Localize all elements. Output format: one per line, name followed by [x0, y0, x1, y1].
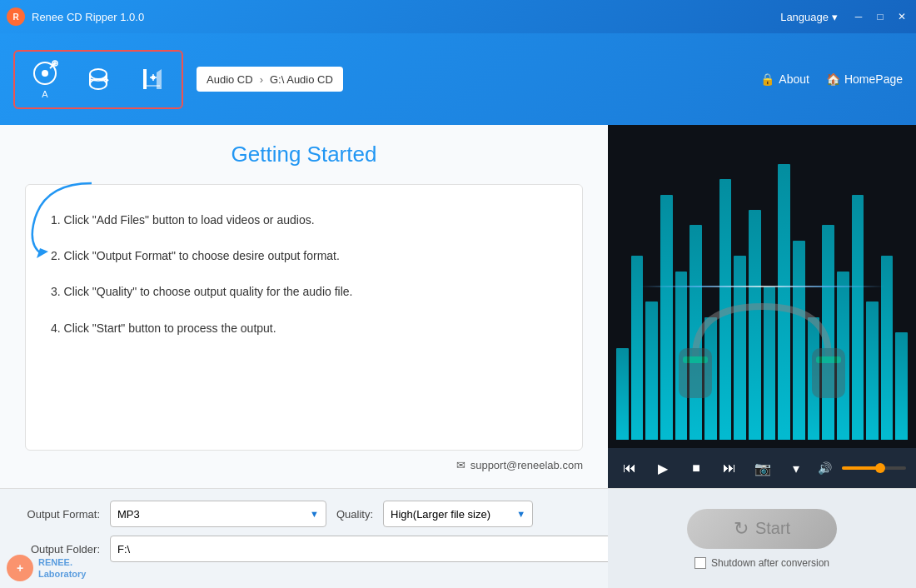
volume-icon: 🔊	[818, 461, 832, 475]
output-format-icon	[85, 66, 112, 92]
app-icon: R	[7, 7, 25, 26]
more-button[interactable]: ▾	[784, 456, 808, 480]
refresh-icon: ↻	[734, 518, 749, 540]
instruction-4: 4. Click "Start" button to process the o…	[51, 318, 557, 339]
breadcrumb-destination: G:\ Audio CD	[266, 73, 336, 86]
svg-line-11	[105, 77, 108, 81]
output-format-label: Output Format:	[17, 508, 100, 521]
glow-line	[639, 286, 885, 287]
svg-rect-15	[812, 348, 845, 398]
output-format-select[interactable]: MP3 ▼	[110, 501, 326, 527]
add-files-button[interactable]: A	[32, 60, 58, 99]
minimize-button[interactable]: ─	[851, 9, 866, 24]
maximize-button[interactable]: □	[873, 9, 888, 24]
skip-forward-button[interactable]: ⏭	[718, 456, 741, 480]
add-files-label: A	[42, 89, 47, 99]
shutdown-checkbox[interactable]	[694, 557, 706, 569]
left-panel: Getting Started 1. Click "Add Files" but…	[0, 125, 608, 488]
breadcrumb-source: Audio CD	[203, 73, 256, 86]
eq-bar	[616, 348, 629, 440]
media-display	[608, 125, 916, 448]
quality-dropdown-arrow: ▼	[516, 509, 525, 519]
email-address: support@reneelab.com	[470, 459, 583, 471]
app-title: Renee CD Ripper 1.0.0	[32, 11, 144, 23]
start-button-area: ↻ Start Shutdown after conversion	[608, 488, 916, 588]
home-icon: 🏠	[826, 72, 840, 86]
toolbar-icons-group: A	[13, 50, 183, 109]
getting-started-title: Getting Started	[25, 142, 583, 167]
title-bar-left: R Renee CD Ripper 1.0.0	[7, 7, 144, 26]
breadcrumb-separator: ›	[260, 73, 263, 86]
svg-rect-17	[816, 356, 841, 363]
format-dropdown-arrow: ▼	[310, 509, 319, 519]
eq-bar	[866, 301, 879, 440]
logo-name-line1: RENEE.	[38, 556, 86, 568]
media-controls: ⏮ ▶ ■ ⏭ 📷 ▾ 🔊	[608, 448, 916, 488]
quality-value: High(Larger file size)	[391, 508, 490, 521]
output-format-button[interactable]	[85, 66, 112, 92]
shutdown-label: Shutdown after conversion	[711, 557, 829, 569]
window-controls: ─ □ ✕	[851, 9, 909, 24]
logo-text: RENEE. Laboratory	[38, 556, 86, 581]
instructions-box: 1. Click "Add Files" button to load vide…	[25, 184, 583, 451]
screenshot-button[interactable]: 📷	[751, 456, 774, 480]
instruction-1: 1. Click "Add Files" button to load vide…	[51, 210, 557, 231]
eq-bar	[881, 256, 894, 440]
quality-button[interactable]	[138, 66, 165, 92]
breadcrumb: Audio CD › G:\ Audio CD	[197, 67, 343, 92]
volume-slider[interactable]	[842, 466, 906, 470]
language-button[interactable]: Language ▾	[780, 11, 838, 23]
instruction-3: 3. Click "Quality" to choose output qual…	[51, 282, 557, 302]
start-button[interactable]: ↻ Start	[687, 509, 837, 549]
folder-path: F:\	[117, 543, 130, 556]
homepage-label: HomePage	[844, 72, 903, 86]
quality-label: Quality:	[336, 508, 373, 521]
main-area: Getting Started 1. Click "Add Files" but…	[0, 125, 916, 488]
volume-track	[842, 466, 906, 470]
eq-bar	[645, 301, 658, 440]
quality-icon	[138, 66, 165, 92]
lock-icon: 🔒	[760, 72, 774, 86]
support-email: ✉ support@reneelab.com	[25, 459, 583, 471]
eq-bar	[631, 256, 644, 440]
quality-select[interactable]: High(Larger file size) ▼	[383, 501, 533, 527]
homepage-link[interactable]: 🏠 HomePage	[826, 72, 903, 86]
play-button[interactable]: ▶	[651, 456, 675, 480]
bottom-bar: Output Format: MP3 ▼ Quality: High(Large…	[0, 488, 916, 588]
logo-icon: +	[7, 555, 33, 581]
headphones-graphic	[670, 273, 854, 440]
output-format-value: MP3	[117, 508, 140, 521]
title-bar-right: Language ▾ ─ □ ✕	[780, 9, 909, 24]
svg-rect-16	[683, 356, 708, 363]
email-icon: ✉	[456, 459, 465, 471]
toolbar: A Audio CD	[0, 33, 916, 125]
logo-area: + RENEE. Laboratory	[7, 555, 86, 581]
right-panel: ⏮ ▶ ■ ⏭ 📷 ▾ 🔊	[608, 125, 916, 488]
title-bar: R Renee CD Ripper 1.0.0 Language ▾ ─ □ ✕	[0, 0, 916, 33]
top-right-links: 🔒 About 🏠 HomePage	[760, 33, 903, 125]
eq-bar	[895, 332, 908, 440]
shutdown-row: Shutdown after conversion	[694, 557, 829, 569]
svg-point-1	[42, 70, 48, 77]
about-label: About	[779, 72, 809, 86]
instruction-2: 2. Click "Output Format" to choose desir…	[51, 246, 557, 267]
logo-name-line2: Laboratory	[38, 568, 86, 580]
skip-back-button[interactable]: ⏮	[618, 456, 641, 480]
svg-rect-14	[679, 348, 712, 398]
add-cd-icon	[32, 60, 58, 87]
start-label: Start	[755, 519, 790, 538]
output-folder-label: Output Folder:	[17, 543, 100, 556]
close-button[interactable]: ✕	[894, 9, 909, 24]
stop-button[interactable]: ■	[685, 456, 708, 480]
about-link[interactable]: 🔒 About	[760, 72, 809, 86]
volume-thumb	[875, 463, 885, 473]
